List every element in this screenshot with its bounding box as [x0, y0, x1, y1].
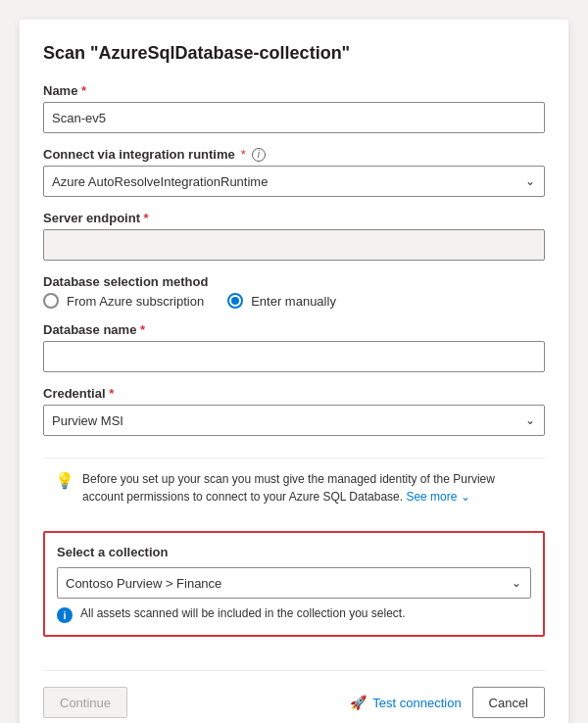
db-name-input[interactable] [43, 341, 545, 372]
credential-group: Credential * Purview MSI ⌄ [43, 386, 545, 436]
radio-from-azure-circle [43, 293, 59, 309]
info-text: Before you set up your scan you must giv… [82, 470, 533, 506]
db-name-group: Database name * [43, 322, 545, 372]
credential-select[interactable]: Purview MSI [43, 405, 545, 436]
radio-from-azure-label: From Azure subscription [67, 294, 204, 309]
runtime-info-icon[interactable]: i [252, 148, 266, 162]
footer: Continue 🚀 Test connection Cancel [43, 670, 545, 718]
collection-info: i All assets scanned will be included in… [57, 606, 531, 623]
info-box: 💡 Before you set up your scan you must g… [43, 458, 545, 517]
continue-button[interactable]: Continue [43, 687, 127, 718]
test-connection-button[interactable]: 🚀 Test connection [350, 687, 461, 718]
db-method-label: Database selection method [43, 274, 545, 289]
credential-label: Credential * [43, 386, 545, 401]
panel-title: Scan "AzureSqlDatabase-collection" [43, 43, 545, 64]
name-input[interactable] [43, 102, 545, 133]
server-input[interactable] [43, 229, 545, 261]
name-label: Name * [43, 83, 545, 98]
radio-manual-label: Enter manually [251, 294, 336, 309]
see-more-link[interactable]: See more ⌄ [406, 490, 469, 504]
runtime-select[interactable]: Azure AutoResolveIntegrationRuntime [43, 166, 545, 197]
radio-group: From Azure subscription Enter manually [43, 293, 545, 309]
collection-info-icon: i [57, 607, 73, 623]
collection-label: Select a collection [57, 545, 531, 559]
runtime-group: Connect via integration runtime * i Azur… [43, 147, 545, 197]
collection-select[interactable]: Contoso Purview > Finance [57, 567, 531, 599]
server-group: Server endpoint * [43, 211, 545, 261]
name-group: Name * [43, 83, 545, 133]
collection-info-text: All assets scanned will be included in t… [80, 606, 406, 620]
collection-section: Select a collection Contoso Purview > Fi… [43, 531, 545, 637]
db-name-label: Database name * [43, 322, 545, 337]
db-method-group: Database selection method From Azure sub… [43, 274, 545, 309]
credential-select-wrapper: Purview MSI ⌄ [43, 405, 545, 436]
radio-manual-circle [227, 293, 243, 309]
scan-panel: Scan "AzureSqlDatabase-collection" Name … [20, 20, 568, 723]
server-label: Server endpoint * [43, 211, 545, 225]
cancel-button[interactable]: Cancel [472, 687, 545, 718]
collection-select-wrapper: Contoso Purview > Finance ⌄ [57, 567, 531, 599]
runtime-select-wrapper: Azure AutoResolveIntegrationRuntime ⌄ [43, 166, 545, 197]
rocket-icon: 🚀 [350, 695, 367, 710]
radio-from-azure[interactable]: From Azure subscription [43, 293, 204, 309]
radio-manual[interactable]: Enter manually [227, 293, 336, 309]
bulb-icon: 💡 [55, 471, 74, 490]
runtime-label: Connect via integration runtime [43, 147, 235, 162]
